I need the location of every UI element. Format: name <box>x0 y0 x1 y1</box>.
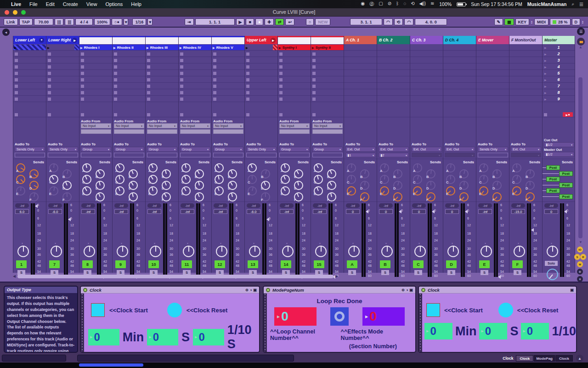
device-clock-2-titlebar[interactable]: Clock ▣ <box>419 287 576 293</box>
volume-field[interactable]: -inf <box>478 209 492 214</box>
send-a-knob[interactable]: A <box>82 163 91 172</box>
scene-slot[interactable]: ▶5 <box>543 70 575 76</box>
audio-to-chooser[interactable]: Group▾ <box>81 147 111 152</box>
menu-item-edit[interactable]: Edit <box>46 1 55 7</box>
peak-level-display[interactable]: -Inf <box>313 203 327 208</box>
device-save-icon[interactable]: ▣ <box>409 288 413 292</box>
send-f-knob[interactable]: F <box>261 192 270 201</box>
clip-stop-button[interactable] <box>312 85 316 88</box>
new-button[interactable]: NEW <box>315 18 330 25</box>
clip-slot[interactable] <box>509 96 542 102</box>
send-e-knob[interactable]: E <box>413 186 422 196</box>
loop-start-field[interactable]: 3. 1. 1 <box>350 18 382 25</box>
track-header[interactable]: Upper Left▶ <box>245 36 277 44</box>
send-d-knob[interactable]: D <box>261 181 270 190</box>
clip-stop-button[interactable] <box>114 98 117 101</box>
clip-slot[interactable] <box>212 96 244 102</box>
scroll-down-icon[interactable]: ▼ <box>579 240 582 244</box>
clip-slot[interactable] <box>212 58 244 63</box>
send-e-knob[interactable]: E <box>16 186 25 196</box>
browser-toggle-icon[interactable]: ◂ <box>2 29 10 36</box>
preview-volume-knob[interactable] <box>547 269 558 280</box>
send-d-knob[interactable]: D <box>393 181 402 190</box>
send-e-knob[interactable]: E <box>479 186 488 196</box>
track-header[interactable]: A Ch. 1 <box>344 36 377 44</box>
clip-play-icon[interactable]: ▶ <box>279 46 281 49</box>
stop-all-track-clips-button[interactable] <box>279 113 283 116</box>
clip-slot[interactable]: ▶ <box>46 45 79 51</box>
device-tab-0[interactable]: Clock <box>516 355 533 362</box>
send-e-knob[interactable]: E <box>314 186 323 196</box>
device-drag-handle[interactable] <box>419 293 422 353</box>
mixer-section-toggle-d[interactable]: D <box>577 269 583 275</box>
device-tab-2[interactable]: Clock <box>555 355 573 362</box>
pan-knob[interactable] <box>381 246 393 257</box>
track-activator-button[interactable]: F <box>512 260 523 268</box>
clip-slot[interactable] <box>344 51 377 57</box>
stop-all-track-clips-button[interactable] <box>114 113 117 116</box>
clip-slot[interactable] <box>344 90 377 96</box>
clip-slot[interactable] <box>113 51 145 57</box>
send-b-knob[interactable]: B <box>492 169 502 178</box>
send-b-knob[interactable]: B <box>327 169 336 178</box>
stop-all-track-clips-button[interactable] <box>48 113 51 116</box>
clip-slot[interactable] <box>509 51 542 57</box>
clip-slot[interactable] <box>146 58 178 63</box>
audio-to-chooser[interactable]: Ext. Out▾ <box>345 147 376 152</box>
master-track-header[interactable]: Master <box>543 36 575 44</box>
send-a-knob[interactable]: A <box>347 163 356 172</box>
volume-field[interactable]: -inf <box>280 209 294 214</box>
volume-field[interactable]: 0 <box>412 209 426 214</box>
send-c-knob[interactable]: C <box>479 175 488 184</box>
clip-slot[interactable] <box>344 64 377 70</box>
send-d-knob[interactable]: D <box>526 181 535 190</box>
track-header[interactable]: D Ch. 4 <box>443 36 476 44</box>
clip-stop-button[interactable] <box>213 59 216 62</box>
clip-slot[interactable] <box>245 70 277 76</box>
send-a-knob[interactable]: A <box>115 163 124 172</box>
track-header[interactable] <box>179 36 211 44</box>
clip-slot[interactable] <box>46 77 79 83</box>
send-a-knob[interactable]: A <box>479 163 488 172</box>
clip-stop-button[interactable] <box>81 52 84 56</box>
track-header[interactable] <box>79 36 112 44</box>
clip-slot[interactable] <box>113 70 145 76</box>
send-a-knob[interactable]: A <box>380 163 389 172</box>
send-b-knob[interactable]: B <box>360 169 369 178</box>
clip-slot[interactable] <box>278 70 311 76</box>
menubar-status-icon-3[interactable]: ⊘ <box>388 1 391 7</box>
send-c-knob[interactable]: C <box>380 175 389 184</box>
send-f-knob[interactable]: F <box>62 192 72 201</box>
clip-slot[interactable] <box>113 90 145 96</box>
send-d-knob[interactable]: D <box>426 181 435 190</box>
peak-level-display[interactable]: -Inf <box>15 203 29 208</box>
clip-slot[interactable] <box>377 51 410 57</box>
clip-slot[interactable] <box>344 83 377 89</box>
clip-stop-button[interactable] <box>279 59 283 62</box>
pan-knob[interactable] <box>150 246 161 257</box>
output-channel-chooser[interactable] <box>180 153 210 157</box>
send-b-knob[interactable]: B <box>426 169 435 178</box>
clip-slot[interactable]: ▶Rhodes II <box>113 45 145 51</box>
send-d-post-toggle[interactable]: Post <box>559 183 573 188</box>
clip-stop-button[interactable] <box>147 78 150 81</box>
key-map-button[interactable]: KEY <box>515 18 530 25</box>
scene-slot[interactable]: ▶2 <box>543 51 575 57</box>
clock-tenths-field[interactable]: ▶0 <box>193 329 224 345</box>
clip-stop-button[interactable] <box>279 85 283 88</box>
clip-stop-button[interactable] <box>48 52 51 56</box>
clip-slot[interactable] <box>113 58 145 63</box>
clip-stop-button[interactable] <box>81 98 84 101</box>
arrangement-position-field[interactable]: 1. 1. 1 <box>195 18 235 25</box>
send-c-knob[interactable]: C <box>16 175 25 184</box>
send-d-knob[interactable]: D <box>62 181 72 190</box>
quantization-menu-icon[interactable]: ▾ <box>147 18 153 25</box>
clip-slot[interactable] <box>146 51 178 57</box>
send-b-knob[interactable]: B <box>294 169 303 178</box>
send-c-knob[interactable]: C <box>446 175 455 184</box>
clip-stop-button[interactable] <box>312 91 316 94</box>
pan-knob[interactable] <box>348 246 360 257</box>
scene-slot[interactable]: ▶4 <box>543 64 575 70</box>
send-f-knob[interactable]: F <box>228 192 237 201</box>
clip-slot[interactable] <box>13 77 46 83</box>
